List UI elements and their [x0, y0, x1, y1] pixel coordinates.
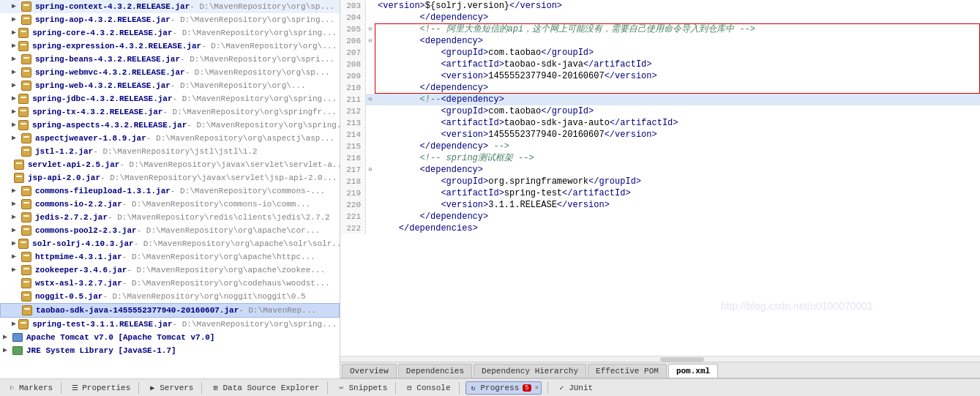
tree-item-wstx-asl[interactable]: wstx-asl-3.2.7.jar - D:\MavenRepository\… [0, 277, 340, 290]
tree-item-aspectjweaver[interactable]: ▶aspectjweaver-1.8.9.jar - D:\MavenRepos… [0, 132, 340, 145]
tree-item-commons-pool2[interactable]: ▶commons-pool2-2.3.jar - D:\MavenReposit… [0, 224, 340, 237]
tree-item-spring-webmvc[interactable]: ▶spring-webmvc-4.3.2.RELEASE.jar - D:\Ma… [0, 66, 340, 79]
expand-arrow-commons-io[interactable]: ▶ [12, 198, 19, 210]
expand-arrow-spring-expression[interactable]: ▶ [12, 40, 16, 52]
line-content-220: <version>3.1.1.RELEASE</version> [375, 199, 980, 211]
line-content-206: <dependency> [375, 35, 980, 47]
tree-item-commons-fileupload[interactable]: ▶commons-fileupload-1.3.1.jar - D:\Maven… [0, 184, 340, 198]
toolbar-item-progress[interactable]: ↻Progress5✕ [465, 381, 542, 395]
tree-item-spring-aop[interactable]: ▶spring-aop-4.3.2.RELEASE.jar - D:\Maven… [0, 13, 340, 26]
expand-arrow-spring-jdbc[interactable]: ▶ [12, 93, 16, 105]
code-line-209[interactable]: 209 <version>1455552377940-20160607</ver… [340, 70, 980, 82]
tree-item-httpmime[interactable]: ▶httpmime-4.3.1.jar - D:\MavenRepository… [0, 250, 340, 264]
tree-item-servlet-api[interactable]: servlet-api-2.5.jar - D:\MavenRepository… [0, 158, 340, 171]
main-area: ▶spring-context-4.3.2.RELEASE.jar - D:\M… [0, 0, 980, 378]
toolbar-item-console[interactable]: ⊟Console [402, 382, 452, 394]
tree-item-spring-jdbc[interactable]: ▶spring-jdbc-4.3.2.RELEASE.jar - D:\Mave… [0, 92, 340, 105]
fold-icon-211[interactable]: ⊖ [366, 94, 375, 105]
item-name-servlet-api: servlet-api-2.5.jar [28, 159, 119, 171]
code-line-210[interactable]: 210 </dependency> [340, 82, 980, 94]
expand-arrow-commons-pool2[interactable]: ▶ [12, 225, 19, 236]
tree-item-jedis[interactable]: ▶jedis-2.7.2.jar - D:\MavenRepository\re… [0, 211, 340, 224]
code-line-212[interactable]: 212 <groupId>com.taobao</groupId> [340, 105, 980, 117]
tree-item-spring-core[interactable]: ▶spring-core-4.3.2.RELEASE.jar - D:\Mave… [0, 26, 340, 40]
code-line-211[interactable]: 211⊖ <!--<dependency> [340, 94, 980, 105]
toolbar-item-servers[interactable]: ▶Servers [145, 382, 195, 394]
expand-arrow-spring-webmvc[interactable]: ▶ [12, 67, 19, 78]
code-line-203[interactable]: 203<version>${solrj.version}</version> [340, 0, 980, 12]
code-line-215[interactable]: 215 </dependency> --> [340, 141, 980, 152]
code-line-222[interactable]: 222 </dependencies> [340, 223, 980, 234]
expand-arrow-solr[interactable]: ▶ [12, 238, 16, 250]
expand-arrow-spring-aop[interactable]: ▶ [12, 14, 19, 26]
tree-item-commons-io[interactable]: ▶commons-io-2.2.jar - D:\MavenRepository… [0, 198, 340, 211]
toolbar-item-properties[interactable]: ☰Properties [67, 382, 132, 394]
code-line-214[interactable]: 214 <version>1455552377940-20160607</ver… [340, 129, 980, 141]
editor-tab-dependencies[interactable]: Dependencies [398, 364, 472, 378]
code-line-221[interactable]: 221 </dependency> [340, 211, 980, 223]
expand-arrow-aspectjweaver[interactable]: ▶ [12, 132, 19, 144]
code-line-208[interactable]: 208 <artifactId>taobao-sdk-java</artifac… [340, 59, 980, 70]
tree-item-spring-tx[interactable]: ▶spring-tx-4.3.2.RELEASE.jar - D:\MavenR… [0, 105, 340, 119]
tree-item-zookeeper[interactable]: ▶zookeeper-3.4.6.jar - D:\MavenRepositor… [0, 264, 340, 277]
expand-arrow-spring-tx[interactable]: ▶ [12, 106, 16, 118]
editor-tab-pom-xml[interactable]: pom.xml [668, 364, 718, 378]
expand-arrow-commons-fileupload[interactable]: ▶ [12, 185, 19, 197]
tree-item-solr[interactable]: ▶solr-solrj-4.10.3.jar - D:\MavenReposit… [0, 237, 340, 250]
editor-tab-effective-pom[interactable]: Effective POM [588, 364, 667, 378]
code-line-206[interactable]: 206⊖ <dependency> [340, 35, 980, 47]
expand-arrow-spring-test[interactable]: ▶ [12, 318, 16, 330]
toolbar-label-console: Console [416, 384, 450, 392]
toolbar-label-progress: Progress [481, 384, 520, 392]
tree-item-spring-context[interactable]: ▶spring-context-4.3.2.RELEASE.jar - D:\M… [0, 0, 340, 13]
code-line-219[interactable]: 219 <artifactId>spring-test</artifactId> [340, 187, 980, 199]
tree-item-apache-tomcat[interactable]: ▶Apache Tomcat v7.0 [Apache Tomcat v7.0] [0, 331, 340, 344]
tree-item-spring-test[interactable]: ▶spring-test-3.1.1.RELEASE.jar - D:\Mave… [0, 318, 340, 331]
code-line-205[interactable]: 205⊖ <!-- 阿里大鱼短信的api，这个网上可能没有，需要自己使用命令导入… [340, 23, 980, 35]
toolbar-item-data-source-explorer[interactable]: ⊞Data Source Explorer [208, 382, 321, 394]
code-line-207[interactable]: 207 <groupId>com.taobao</groupId> [340, 47, 980, 59]
expand-arrow-spring-aspects[interactable]: ▶ [12, 119, 16, 131]
tree-item-spring-web[interactable]: ▶spring-web-4.3.2.RELEASE.jar - D:\Maven… [0, 79, 340, 92]
fold-icon-217[interactable]: ⊖ [366, 164, 375, 176]
tree-item-spring-beans[interactable]: ▶spring-beans-4.3.2.RELEASE.jar - D:\Mav… [0, 53, 340, 66]
horizontal-scrollbar[interactable] [340, 356, 980, 362]
editor-tab-dependency-hierarchy[interactable]: Dependency Hierarchy [474, 364, 586, 378]
jre-icon [12, 346, 23, 355]
expand-arrow-spring-context[interactable]: ▶ [12, 1, 19, 12]
code-line-216[interactable]: 216 <!-- spring测试框架 --> [340, 152, 980, 164]
tree-item-taobao-sdk[interactable]: taobao-sdk-java-1455552377940-20160607.j… [0, 303, 340, 318]
item-name-jstl: jstl-1.2.jar [35, 146, 93, 157]
expand-arrow-spring-web[interactable]: ▶ [12, 80, 19, 91]
toolbar-item-ju-junit[interactable]: ✓JUnit [554, 382, 595, 394]
toolbar-item-snippets[interactable]: ✂Snippets [334, 382, 389, 394]
editor-tab-overview[interactable]: Overview [342, 364, 397, 378]
tree-item-spring-expression[interactable]: ▶spring-expression-4.3.2.RELEASE.jar - D… [0, 40, 340, 53]
code-line-204[interactable]: 204 </dependency> [340, 12, 980, 23]
toolbar-close-progress[interactable]: ✕ [535, 384, 539, 392]
line-content-222: </dependencies> [375, 223, 980, 234]
toolbar-item-markers[interactable]: ⚐Markers [4, 382, 55, 394]
fold-icon-205[interactable]: ⊖ [366, 23, 375, 35]
tree-item-spring-aspects[interactable]: ▶spring-aspects-4.3.2.RELEASE.jar - D:\M… [0, 119, 340, 132]
tree-item-jre-system[interactable]: ▶JRE System Library [JavaSE-1.7] [0, 344, 340, 357]
tree-item-jsp-api[interactable]: jsp-api-2.0.jar - D:\MavenRepository\jav… [0, 171, 340, 184]
tree-item-noggit[interactable]: noggit-0.5.jar - D:\MavenRepository\org\… [0, 290, 340, 303]
expand-arrow-spring-core[interactable]: ▶ [12, 27, 16, 39]
expand-arrow-httpmime[interactable]: ▶ [12, 251, 19, 263]
expand-arrow-spring-beans[interactable]: ▶ [12, 53, 19, 65]
toolbar-divider-5 [395, 382, 396, 394]
line-content-204: </dependency> [375, 12, 980, 23]
fold-icon-206[interactable]: ⊖ [366, 35, 375, 47]
expand-arrow-zookeeper[interactable]: ▶ [12, 264, 19, 276]
expand-arrow-apache-tomcat[interactable]: ▶ [3, 332, 10, 343]
code-line-217[interactable]: 217⊖ <dependency> [340, 164, 980, 176]
code-line-213[interactable]: 213 <artifactId>taobao-sdk-java-auto</ar… [340, 117, 980, 129]
scroll-thumb[interactable] [660, 357, 704, 362]
expand-arrow-jre-system[interactable]: ▶ [3, 345, 10, 356]
expand-arrow-jedis[interactable]: ▶ [12, 212, 19, 223]
tree-item-jstl[interactable]: jstl-1.2.jar - D:\MavenRepository\jstl\j… [0, 145, 340, 158]
toolbar-icon-markers: ⚐ [7, 383, 17, 393]
code-line-218[interactable]: 218 <groupId>org.springframework</groupI… [340, 176, 980, 187]
code-line-220[interactable]: 220 <version>3.1.1.RELEASE</version> [340, 199, 980, 211]
